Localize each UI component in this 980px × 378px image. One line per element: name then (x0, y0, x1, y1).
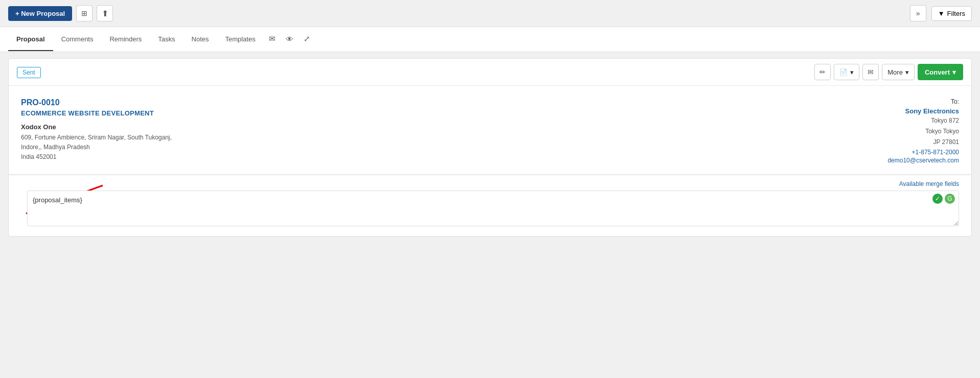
convert-label: Convert (925, 68, 950, 76)
chevron-down-icon: ▾ (905, 68, 909, 76)
address-line2: Indore,, Madhya Pradesh (21, 143, 172, 152)
top-bar: + New Proposal ⊞ ⬆ » ▼ Filters (0, 0, 980, 27)
export-icon: ⬆ (102, 9, 108, 18)
send-email-button[interactable]: ✉ (862, 64, 879, 80)
proposal-right: To: Sony Electronics Tokyo 872 Tokyo Tok… (887, 98, 959, 164)
proposal-id: PRO-0010 (21, 98, 172, 107)
items-input-row: ✓ G {proposal_items} (21, 191, 959, 228)
grid-icon: ⊞ (81, 9, 87, 17)
spellcheck-icon[interactable]: ✓ (932, 194, 943, 204)
proposal-toolbar: Sent ✏ 📄 ▾ ✉ More ▾ Convert (9, 59, 971, 86)
filters-label: Filters (947, 10, 965, 17)
eye-icon: 👁 (286, 35, 293, 43)
tab-reminders[interactable]: Reminders (101, 28, 150, 51)
envelope-icon: ✉ (868, 68, 874, 76)
proposal-card: Sent ✏ 📄 ▾ ✉ More ▾ Convert (8, 58, 972, 237)
company-name: Xodox One (21, 123, 172, 131)
client-city: Tokyo 872 (887, 116, 959, 126)
edit-button[interactable]: ✏ (814, 64, 831, 80)
document-icon: 📄 (839, 68, 848, 76)
chevron-down-icon: ▾ (952, 68, 956, 76)
filters-button[interactable]: ▼ Filters (931, 6, 972, 21)
grammar-icon[interactable]: G (945, 194, 955, 204)
filter-icon: ▼ (938, 10, 945, 17)
client-phone: +1-875-871-2000 (887, 149, 959, 156)
client-state: Tokyo Tokyo (887, 127, 959, 136)
available-merge-fields-link[interactable]: Available merge fields (899, 180, 959, 187)
merge-fields-bar: Available merge fields (9, 175, 971, 191)
more-label: More (887, 68, 903, 76)
expand-icon: ⤢ (304, 34, 310, 43)
client-name: Sony Electronics (887, 107, 959, 115)
tab-notes[interactable]: Notes (184, 28, 217, 51)
address-line3: India 452001 (21, 152, 172, 162)
status-badge: Sent (17, 67, 41, 78)
convert-button[interactable]: Convert ▾ (918, 64, 963, 80)
proposal-left: PRO-0010 ECOMMERCE WEBSITE DEVELOPMENT X… (21, 98, 172, 164)
items-textarea-container: ✓ G {proposal_items} (27, 191, 959, 228)
top-bar-left: + New Proposal ⊞ ⬆ (8, 5, 113, 21)
address-line1: 609, Fortune Ambience, Sriram Nagar, Sou… (21, 133, 172, 143)
client-email: demo10@cservetech.com (887, 157, 959, 164)
new-proposal-button[interactable]: + New Proposal (8, 6, 72, 21)
envelope-icon: ✉ (269, 34, 276, 43)
main-content: Sent ✏ 📄 ▾ ✉ More ▾ Convert (0, 52, 980, 243)
chevron-right-icon: » (916, 9, 920, 17)
top-bar-right: » ▼ Filters (910, 5, 972, 21)
email-tab-icon[interactable]: ✉ (264, 27, 281, 52)
proposal-items-textarea[interactable] (27, 191, 959, 226)
tab-tasks[interactable]: Tasks (150, 28, 183, 51)
proposal-header: PRO-0010 ECOMMERCE WEBSITE DEVELOPMENT X… (9, 86, 971, 175)
expand-icon-button[interactable]: » (910, 5, 926, 21)
to-label: To: (887, 98, 959, 105)
proposal-title: ECOMMERCE WEBSITE DEVELOPMENT (21, 109, 172, 117)
tab-comments[interactable]: Comments (53, 28, 102, 51)
tabs-bar: Proposal Comments Reminders Tasks Notes … (0, 27, 980, 52)
more-button[interactable]: More ▾ (882, 64, 915, 80)
chevron-down-icon: ▾ (850, 68, 854, 76)
textarea-icons: ✓ G (932, 194, 955, 204)
fullscreen-tab-icon[interactable]: ⤢ (299, 27, 315, 52)
grid-view-button[interactable]: ⊞ (76, 5, 93, 21)
tab-proposal[interactable]: Proposal (8, 28, 53, 51)
status-badge-container: Sent (17, 68, 41, 76)
company-address: 609, Fortune Ambience, Sriram Nagar, Sou… (21, 133, 172, 162)
tab-templates[interactable]: Templates (217, 28, 264, 51)
pencil-icon: ✏ (819, 68, 826, 76)
eye-tab-icon[interactable]: 👁 (281, 28, 299, 52)
items-section: ✓ G {proposal_items} (9, 191, 971, 236)
export-button[interactable]: ⬆ (97, 5, 113, 21)
toolbar-right: ✏ 📄 ▾ ✉ More ▾ Convert ▾ (814, 64, 963, 80)
client-zip: JP 27801 (887, 137, 959, 147)
document-dropdown-button[interactable]: 📄 ▾ (834, 64, 859, 80)
